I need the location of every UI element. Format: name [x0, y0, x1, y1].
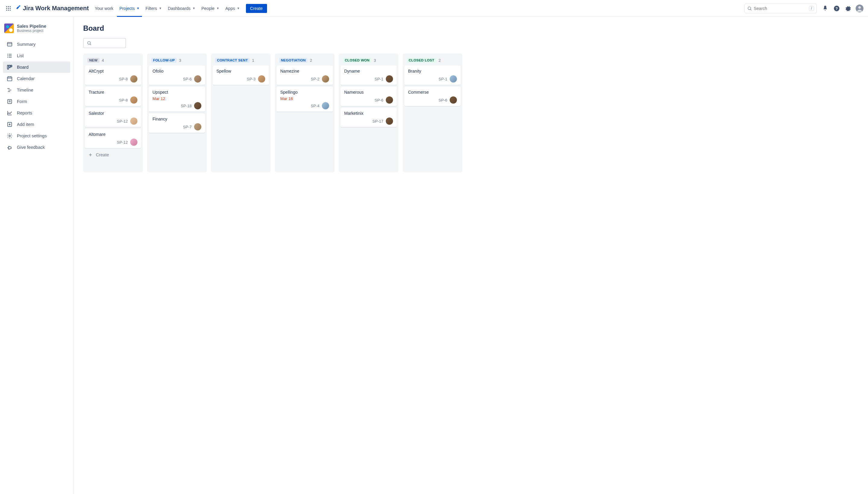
card-title: Upspect	[152, 90, 201, 95]
sidebar-item-label: Form	[17, 99, 27, 104]
card-footer: SP-2	[280, 75, 329, 82]
column-header[interactable]: NEW4	[85, 56, 141, 66]
svg-point-20	[7, 54, 8, 55]
sidebar-item-project-settings[interactable]: Project settings	[3, 130, 70, 141]
sidebar-item-add-item[interactable]: Add item	[3, 119, 70, 130]
column-title: CONTRACT SENT	[215, 58, 250, 63]
card[interactable]: NamerousSP-6	[340, 87, 396, 106]
column-header[interactable]: NEGOTIATION2	[277, 56, 333, 66]
card[interactable]: SpellingoMar 16SP-4	[277, 87, 333, 112]
create-button[interactable]: Create	[246, 4, 267, 13]
search-input[interactable]	[754, 6, 809, 11]
sidebar-item-give-feedback[interactable]: Give feedback	[3, 141, 70, 153]
chevron-down-icon: ▼	[159, 7, 162, 10]
svg-point-0	[6, 6, 7, 7]
card-key: SP-12	[117, 140, 128, 145]
sidebar-icon	[7, 76, 13, 82]
notifications-icon[interactable]	[820, 4, 830, 13]
assignee-avatar[interactable]	[130, 117, 137, 125]
card[interactable]: SalestorSP-12	[85, 108, 141, 127]
card-key: SP-6	[439, 98, 447, 102]
assignee-avatar[interactable]	[450, 96, 457, 103]
card-key: SP-1	[375, 77, 383, 81]
card[interactable]: AltomareSP-12	[85, 129, 141, 148]
card[interactable]: BranitySP-1	[404, 66, 461, 85]
card-title: Marketinix	[344, 111, 393, 116]
column-count: 2	[310, 58, 312, 63]
svg-point-5	[10, 8, 11, 9]
assignee-avatar[interactable]	[450, 75, 457, 82]
svg-rect-23	[7, 65, 9, 69]
card[interactable]: AltCryptSP-8	[85, 66, 141, 85]
assignee-avatar[interactable]	[130, 75, 137, 82]
card-footer: SP-12	[89, 138, 137, 146]
assignee-avatar[interactable]	[194, 75, 201, 82]
column-header[interactable]: CONTRACT SENT1	[213, 56, 269, 66]
assignee-avatar[interactable]	[386, 117, 393, 125]
card[interactable]: OfolioSP-6	[149, 66, 205, 85]
card-footer: SP-4	[280, 102, 329, 109]
assignee-avatar[interactable]	[130, 96, 137, 103]
card[interactable]: NamezineSP-2	[277, 66, 333, 85]
card-title: Spellingo	[280, 90, 329, 95]
assignee-avatar[interactable]	[322, 102, 329, 109]
sidebar-icon	[7, 133, 13, 139]
sidebar-icon	[7, 98, 13, 104]
settings-icon[interactable]	[843, 4, 853, 13]
card[interactable]: TractureSP-8	[85, 87, 141, 106]
column-count: 2	[439, 58, 441, 63]
column-count: 1	[252, 58, 254, 63]
card-key: SP-3	[247, 77, 256, 81]
nav-item-projects[interactable]: Projects▼	[117, 4, 142, 13]
nav-item-people[interactable]: People▼	[199, 4, 222, 13]
sidebar-item-label: Timeline	[17, 88, 33, 93]
sidebar-item-calendar[interactable]: Calendar	[3, 73, 70, 84]
assignee-avatar[interactable]	[194, 102, 201, 109]
svg-rect-26	[7, 77, 12, 81]
nav-item-apps[interactable]: Apps▼	[223, 4, 242, 13]
card-key: SP-8	[119, 98, 128, 102]
app-switcher-icon[interactable]	[4, 4, 13, 13]
nav-item-your-work[interactable]: Your work	[93, 4, 116, 13]
product-logo[interactable]: Jira Work Management	[15, 4, 89, 13]
card[interactable]: CommerseSP-6	[404, 87, 461, 106]
card[interactable]: DynameSP-1	[340, 66, 396, 85]
card[interactable]: FinancySP-7	[149, 114, 205, 133]
column-header[interactable]: CLOSED LOST2	[404, 56, 461, 66]
nav-item-label: Projects	[119, 6, 135, 11]
column-header[interactable]: FOLLOW-UP3	[149, 56, 205, 66]
card[interactable]: UpspectMar 12SP-18	[149, 87, 205, 112]
assignee-avatar[interactable]	[386, 96, 393, 103]
assignee-avatar[interactable]	[258, 75, 265, 82]
help-icon[interactable]: ?	[832, 4, 842, 13]
chevron-down-icon: ▼	[237, 7, 240, 10]
board-search[interactable]	[83, 38, 126, 48]
sidebar-icon	[7, 41, 13, 47]
sidebar-item-label: Calendar	[17, 76, 35, 81]
assignee-avatar[interactable]	[130, 138, 137, 146]
sidebar-item-reports[interactable]: Reports	[3, 107, 70, 119]
assignee-avatar[interactable]	[194, 123, 201, 130]
card-footer: SP-6	[344, 96, 393, 103]
assignee-avatar[interactable]	[322, 75, 329, 82]
sidebar-item-summary[interactable]: Summary	[3, 39, 70, 50]
sidebar-item-list[interactable]: List	[3, 50, 70, 61]
search-box[interactable]: /	[744, 4, 817, 13]
create-card-button[interactable]: Create	[85, 150, 141, 160]
column-negotiation: NEGOTIATION2NamezineSP-2SpellingoMar 16S…	[275, 54, 335, 172]
card[interactable]: SpellowSP-3	[213, 66, 269, 85]
assignee-avatar[interactable]	[386, 75, 393, 82]
nav-item-dashboards[interactable]: Dashboards▼	[165, 4, 198, 13]
sidebar-item-board[interactable]: Board	[3, 61, 70, 73]
sidebar-item-timeline[interactable]: Timeline	[3, 84, 70, 96]
svg-rect-15	[7, 42, 12, 46]
column-title: NEGOTIATION	[279, 58, 308, 63]
profile-avatar[interactable]	[855, 4, 864, 13]
nav-item-filters[interactable]: Filters▼	[143, 4, 164, 13]
column-count: 3	[374, 58, 376, 63]
sidebar-item-form[interactable]: Form	[3, 96, 70, 107]
column-count: 4	[102, 58, 104, 63]
card[interactable]: MarketinixSP-17	[340, 108, 396, 127]
column-header[interactable]: CLOSED WON3	[340, 56, 396, 66]
project-header[interactable]: Sales Pipeline Business project	[3, 22, 70, 37]
